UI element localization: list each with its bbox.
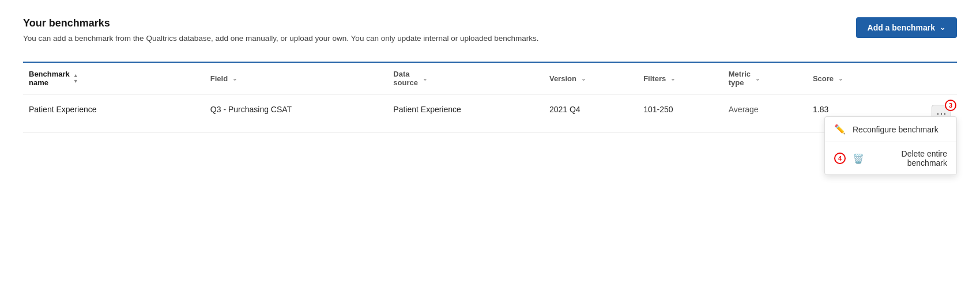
- benchmarks-table: Benchmarkname ▲ ▼ Field ⌄ Data: [23, 63, 957, 133]
- col-data-source: Datasource ⌄: [387, 63, 544, 94]
- col-data-source-label: Datasource: [393, 70, 418, 87]
- cell-filters: 101-250: [638, 94, 723, 133]
- delete-benchmark-item[interactable]: 4 🗑️ Delete entire benchmark: [825, 142, 956, 174]
- add-benchmark-label: Add a benchmark: [868, 23, 935, 32]
- chevron-down-score-icon[interactable]: ⌄: [838, 75, 843, 82]
- cell-data-source: Patient Experience: [387, 94, 544, 133]
- actions-dropdown-menu: ✏️ Reconfigure benchmark 4 🗑️ Delete ent…: [824, 116, 957, 175]
- cell-metric-type: Average: [723, 94, 807, 133]
- cell-field: Q3 - Purchasing CSAT: [205, 94, 388, 133]
- step-badge-3: 3: [945, 100, 956, 111]
- col-benchmark-name: Benchmarkname ▲ ▼: [23, 63, 205, 94]
- cell-benchmark-name: Patient Experience: [23, 94, 205, 133]
- col-benchmark-name-label: Benchmarkname: [29, 70, 70, 87]
- chevron-down-icon: ⌄: [940, 24, 945, 32]
- col-version: Version ⌄: [544, 63, 638, 94]
- col-field-label: Field: [210, 74, 228, 83]
- table-header-row: Benchmarkname ▲ ▼ Field ⌄ Data: [23, 63, 957, 94]
- sort-up-icon[interactable]: ▲: [73, 73, 78, 78]
- col-filters-label: Filters: [643, 74, 666, 83]
- col-score: Score ⌄: [807, 63, 889, 94]
- chevron-down-datasource-icon[interactable]: ⌄: [423, 75, 427, 82]
- col-filters: Filters ⌄: [638, 63, 723, 94]
- col-actions: [889, 63, 957, 94]
- chevron-down-version-icon[interactable]: ⌄: [581, 75, 586, 82]
- sort-down-icon[interactable]: ▼: [73, 79, 78, 84]
- trash-icon: 🗑️: [853, 153, 864, 164]
- header-text-block: Your benchmarks You can add a benchmark …: [23, 17, 539, 44]
- cell-version: 2021 Q4: [544, 94, 638, 133]
- cell-actions: ⋯ 3 ✏️ Reconfigure benchmark 4 🗑️ Delete…: [889, 94, 957, 133]
- page-header: Your benchmarks You can add a benchmark …: [23, 17, 957, 44]
- chevron-down-metric-icon[interactable]: ⌄: [755, 75, 760, 82]
- chevron-down-field-icon[interactable]: ⌄: [232, 75, 237, 82]
- chevron-down-filters-icon[interactable]: ⌄: [670, 75, 675, 82]
- reconfigure-benchmark-label: Reconfigure benchmark: [853, 125, 938, 134]
- pencil-icon: ✏️: [834, 124, 846, 135]
- reconfigure-benchmark-item[interactable]: ✏️ Reconfigure benchmark: [825, 117, 956, 142]
- col-metric-type-label: Metrictype: [729, 70, 751, 87]
- page-description: You can add a benchmark from the Qualtri…: [23, 33, 539, 44]
- table-row: Patient Experience Q3 - Purchasing CSAT …: [23, 94, 957, 133]
- col-field: Field ⌄: [205, 63, 388, 94]
- col-metric-type: Metrictype ⌄: [723, 63, 807, 94]
- sort-icons-benchmark-name[interactable]: ▲ ▼: [73, 73, 78, 84]
- col-score-label: Score: [813, 74, 834, 83]
- page-title: Your benchmarks: [23, 17, 539, 29]
- step-badge-4: 4: [834, 153, 846, 164]
- col-version-label: Version: [549, 74, 576, 83]
- add-benchmark-button[interactable]: Add a benchmark ⌄: [856, 17, 957, 38]
- benchmarks-table-container: Benchmarkname ▲ ▼ Field ⌄ Data: [23, 62, 957, 133]
- delete-benchmark-label: Delete entire benchmark: [871, 149, 947, 168]
